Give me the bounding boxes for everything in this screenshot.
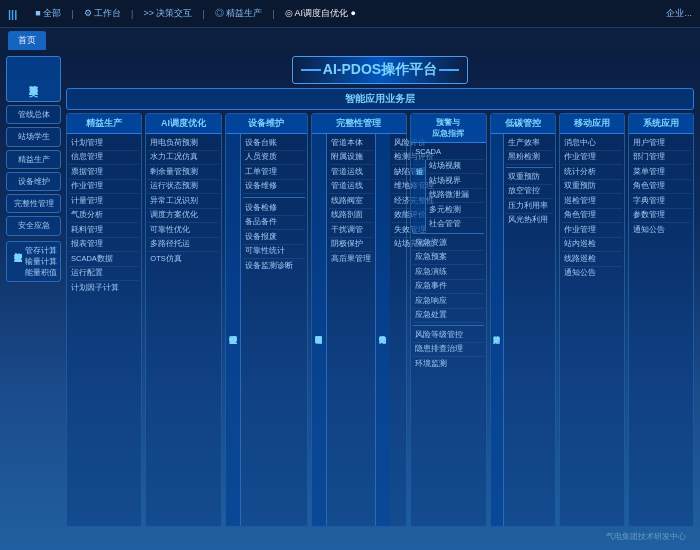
dibutan-items: 生产效率 黑粉检测 双重预防 放空管控 压力利用率 风光热利用 [504,134,555,526]
list-item[interactable]: 异常工况识别 [148,194,218,209]
list-item[interactable]: 作业管理 [69,180,139,195]
list-item[interactable]: 应急资源 [413,236,483,251]
list-item[interactable]: 放空管控 [506,185,553,200]
list-item[interactable]: 信息管理 [69,151,139,166]
list-item[interactable]: 巡检管理 [562,194,622,209]
list-item[interactable]: 计划管理 [69,136,139,151]
list-item[interactable]: SCADA [413,145,483,160]
list-item[interactable]: 计量管理 [69,194,139,209]
nav-all[interactable]: ■ 全部 [29,5,67,22]
list-item[interactable]: 通知公告 [631,223,691,237]
list-item[interactable]: 应急事件 [413,280,483,295]
list-item[interactable]: 管道运线 [329,180,373,195]
list-item[interactable]: 作业管理 [562,151,622,166]
list-item[interactable]: 站内巡检 [562,238,622,253]
list-item[interactable]: 双重预防 [506,170,553,185]
list-item[interactable]: 生产效率 [506,136,553,151]
list-item[interactable]: 统计分析 [562,165,622,180]
list-item[interactable]: 多元检测 [427,203,483,218]
list-item[interactable]: 角色管理 [631,180,691,195]
list-item[interactable]: 双重预防 [562,180,622,195]
list-item[interactable]: 附属设施 [329,151,373,166]
sidebar-anquan[interactable]: 安全应急 [6,216,61,235]
list-item[interactable]: 隐患排查治理 [413,343,483,358]
list-item[interactable]: 调度方案优化 [148,209,218,224]
list-item[interactable]: 可靠性统计 [243,245,305,260]
list-item[interactable]: 应急预案 [413,251,483,266]
list-item[interactable]: 人员资质 [243,151,305,166]
col-items-jingyi: 计划管理 信息管理 票据管理 作业管理 计量管理 气质分析 耗料管理 报表管理 … [67,134,141,526]
list-item[interactable]: 参数管理 [631,209,691,224]
list-item[interactable]: 黑粉检测 [506,151,553,166]
top-nav: ||| ■ 全部 | ⚙ 工作台 | >> 决策交互 | ◎ 精益生产 | ◎ … [0,0,700,28]
list-item[interactable]: 票据管理 [69,165,139,180]
list-item[interactable]: 管道本体 [329,136,373,151]
list-item[interactable]: 报表管理 [69,238,139,253]
list-item[interactable]: 社会管管 [427,218,483,232]
sidebar-zchxs[interactable]: 站场学生 [6,127,61,146]
list-item[interactable]: OTS仿真 [148,252,218,266]
list-item[interactable]: 气质分析 [69,209,139,224]
business-layer-title: 智能应用业务层 [66,88,694,110]
list-item[interactable]: 压力利用率 [506,199,553,214]
nav-workbench[interactable]: ⚙ 工作台 [78,5,128,22]
list-item[interactable]: 工单管理 [243,165,305,180]
list-item[interactable]: SCADA数据 [69,252,139,267]
col-items-yidong: 消息中心 作业管理 统计分析 双重预防 巡检管理 角色管理 作业管理 站内巡检 … [560,134,624,526]
col-header-ai: AI调度优化 [146,114,220,134]
tab-home[interactable]: 首页 [8,31,46,50]
col-shebei: 设备维护 设备运行管理 设备台账 人员资质 工单管理 设备维修 设备检修 备品备… [225,113,308,527]
list-item[interactable]: 水力工况仿真 [148,151,218,166]
list-item[interactable]: 设备监测诊断 [243,259,305,273]
dibutan-paifang-label: 排放管控 [491,134,504,526]
list-item[interactable]: 耗料管理 [69,223,139,238]
list-item[interactable]: 角色管理 [562,209,622,224]
list-item[interactable]: 应急演练 [413,265,483,280]
list-item[interactable]: 站场视频 [427,160,483,175]
list-item[interactable]: 干扰调管 [329,223,373,238]
list-item[interactable]: 线路微泄漏 [427,189,483,204]
tab-bar: 首页 [0,28,700,50]
list-item[interactable]: 站场视界 [427,174,483,189]
sidebar-shebei[interactable]: 设备维护 [6,172,61,191]
platform-title-area: AI-PDOS操作平台 [66,56,694,84]
list-item[interactable]: 用户管理 [631,136,691,151]
list-item[interactable]: 计划因子计算 [69,281,139,295]
list-item[interactable]: 线路阀室 [329,194,373,209]
list-item[interactable]: 风光热利用 [506,214,553,228]
col-header-yidong: 移动应用 [560,114,624,134]
nav-ai[interactable]: ◎ AI调度自优化 ● [279,5,362,22]
list-item[interactable]: 线路巡检 [562,252,622,267]
list-item[interactable]: 环境监测 [413,357,483,371]
sidebar-jingyi[interactable]: 精益生产 [6,150,61,169]
list-item[interactable]: 剩余量管预测 [148,165,218,180]
list-item[interactable]: 高后果管理 [329,252,373,266]
list-item[interactable]: 可靠性优化 [148,223,218,238]
nav-jingyi[interactable]: ◎ 精益生产 [209,5,269,22]
list-item[interactable]: 通知公告 [562,267,622,281]
list-item[interactable]: 设备报废 [243,230,305,245]
list-item[interactable]: 字典管理 [631,194,691,209]
decision-layer-title: 决策交互层 [6,56,61,102]
list-item[interactable]: 运行状态预测 [148,180,218,195]
list-item[interactable]: 设备维修 [243,180,305,195]
nav-decision[interactable]: >> 决策交互 [137,5,198,22]
sidebar-wanzheng[interactable]: 完整性管理 [6,194,61,213]
list-item[interactable]: 部门管理 [631,151,691,166]
list-item[interactable]: 管道运线 [329,165,373,180]
list-item[interactable]: 设备检修 [243,201,305,216]
sidebar-mgzongti[interactable]: 管线总体 [6,105,61,124]
list-item[interactable]: 应急响应 [413,294,483,309]
list-item[interactable]: 作业管理 [562,223,622,238]
list-item[interactable]: 风险等级管控 [413,328,483,343]
list-item[interactable]: 消息中心 [562,136,622,151]
list-item[interactable]: 设备台账 [243,136,305,151]
list-item[interactable]: 运行配置 [69,267,139,282]
list-item[interactable]: 应急处置 [413,309,483,324]
list-item[interactable]: 备品备件 [243,216,305,231]
list-item[interactable]: 多路径托运 [148,238,218,253]
list-item[interactable]: 线路剖面 [329,209,373,224]
list-item[interactable]: 菜单管理 [631,165,691,180]
list-item[interactable]: 用电负荷预测 [148,136,218,151]
list-item[interactable]: 阴极保护 [329,238,373,253]
